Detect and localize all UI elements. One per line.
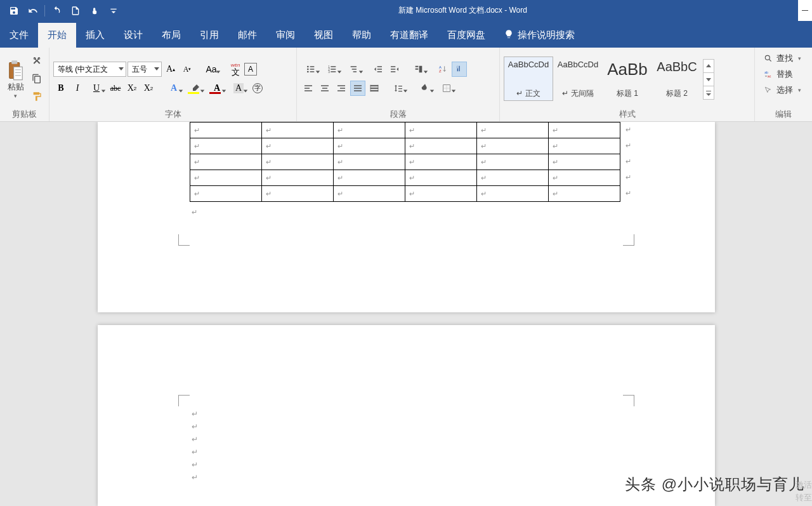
italic-button[interactable]: I: [70, 81, 85, 96]
font-color-button[interactable]: A: [207, 81, 227, 96]
copy-button[interactable]: [29, 72, 45, 86]
paste-button[interactable]: 粘贴 ▾: [4, 57, 27, 100]
tab-view[interactable]: 视图: [304, 23, 343, 48]
enclose-characters-button[interactable]: 字: [250, 81, 265, 96]
tab-home[interactable]: 开始: [38, 23, 76, 48]
tab-review[interactable]: 审阅: [266, 23, 304, 48]
activation-hint: 激活 转至: [796, 479, 812, 503]
svg-text:Z: Z: [439, 69, 442, 73]
tab-design[interactable]: 设计: [114, 23, 152, 48]
margin-corner-tl: [178, 395, 190, 406]
select-button[interactable]: 选择▾: [761, 83, 804, 97]
text-effects-button[interactable]: A: [164, 81, 184, 96]
tab-youdao[interactable]: 有道翻译: [381, 23, 438, 48]
align-right-button[interactable]: [334, 81, 349, 96]
tab-help[interactable]: 帮助: [343, 23, 381, 48]
page-1[interactable]: ↵ ↵ ↵ ↵ ↵ ↵: [98, 122, 715, 312]
superscript-button[interactable]: X2: [141, 81, 156, 96]
save-button[interactable]: [5, 2, 23, 20]
group-styles: AaBbCcDd ↵ 正文 AaBbCcDd ↵ 无间隔 AaBb 标题 1 A…: [500, 48, 755, 121]
group-label-styles: 样式: [504, 109, 750, 120]
tab-file[interactable]: 文件: [0, 23, 38, 48]
new-button[interactable]: [67, 2, 84, 20]
font-name-combo[interactable]: 等线 (中文正文: [53, 62, 126, 77]
line-spacing-button[interactable]: [388, 81, 409, 96]
tell-me[interactable]: 操作说明搜索: [495, 23, 584, 48]
undo-button[interactable]: [24, 2, 42, 20]
table-row: [190, 123, 620, 138]
multilevel-list-button[interactable]: [344, 62, 364, 77]
style-normal[interactable]: AaBbCcDd ↵ 正文: [504, 57, 553, 101]
grow-font-button[interactable]: A▴: [163, 62, 178, 77]
table-row: [190, 154, 620, 170]
subscript-button[interactable]: X2: [124, 81, 140, 96]
window-button[interactable]: [798, 0, 812, 21]
table-row: [190, 170, 620, 186]
svg-point-3: [307, 66, 309, 68]
justify-button[interactable]: [350, 81, 365, 96]
clipboard-icon: [7, 60, 25, 81]
redo-button[interactable]: [48, 2, 65, 20]
svg-text:A: A: [439, 65, 442, 69]
sort-button[interactable]: AZ: [435, 62, 450, 77]
highlight-button[interactable]: [185, 81, 206, 96]
qat-separator: [44, 5, 45, 17]
margin-corner-br: [623, 234, 634, 246]
quick-access-toolbar: [0, 2, 128, 20]
style-heading2[interactable]: AaBbC 标题 2: [652, 57, 702, 101]
group-editing: 查找▾ abac替换 选择▾ 编辑: [755, 48, 812, 121]
shading-button[interactable]: [415, 81, 435, 96]
decrease-indent-button[interactable]: [370, 62, 386, 77]
tell-me-label: 操作说明搜索: [518, 29, 575, 41]
replace-button[interactable]: abac替换: [761, 67, 804, 81]
table-row: [190, 186, 620, 202]
show-marks-button[interactable]: [452, 62, 467, 77]
format-painter-button[interactable]: [29, 90, 45, 103]
ribbon: 粘贴 ▾ 剪贴板 等线 (中文正文 五号 A▴ A▾ Aa: [0, 48, 812, 122]
font-size-combo[interactable]: 五号: [128, 62, 162, 77]
find-button[interactable]: 查找▾: [761, 51, 804, 65]
document-area[interactable]: ↵ ↵ ↵ ↵ ↵ ↵ ↵↵↵ ↵↵↵: [0, 122, 812, 506]
borders-button[interactable]: [436, 81, 457, 96]
phonetic-guide-button[interactable]: wén文: [228, 62, 243, 77]
distributed-button[interactable]: [367, 81, 382, 96]
trail-mark: ↵: [625, 157, 631, 166]
qat-customize-button[interactable]: [105, 2, 122, 20]
svg-rect-1: [11, 60, 17, 64]
tab-mail[interactable]: 邮件: [228, 23, 266, 48]
tab-baidu[interactable]: 百度网盘: [438, 23, 495, 48]
gallery-down-button[interactable]: [703, 72, 714, 86]
character-border-button[interactable]: A: [244, 63, 257, 76]
character-shading-button[interactable]: A: [228, 81, 249, 96]
group-label-clipboard: 剪贴板: [4, 109, 45, 120]
svg-point-5: [307, 71, 309, 73]
tab-references[interactable]: 引用: [190, 23, 228, 48]
align-center-button[interactable]: [317, 81, 332, 96]
numbering-button[interactable]: 123: [322, 62, 343, 77]
svg-text:ab: ab: [764, 70, 768, 74]
trail-mark: ↵: [625, 126, 631, 134]
trail-mark: ↵: [625, 142, 631, 150]
svg-point-4: [307, 69, 309, 70]
shrink-font-button[interactable]: A▾: [180, 62, 195, 77]
gallery-more-button[interactable]: [703, 86, 714, 100]
style-heading1[interactable]: AaBb 标题 1: [603, 57, 652, 101]
change-case-button[interactable]: Aa: [201, 62, 221, 77]
document-table[interactable]: [190, 122, 620, 202]
align-left-button[interactable]: [301, 81, 316, 96]
svg-text:ac: ac: [768, 74, 771, 78]
page-2[interactable]: ↵↵↵ ↵↵↵: [98, 325, 715, 506]
increase-indent-button[interactable]: [387, 62, 402, 77]
style-nospacing[interactable]: AaBbCcDd ↵ 无间隔: [553, 57, 603, 101]
cut-button[interactable]: [29, 54, 45, 68]
strikethrough-button[interactable]: abc: [108, 81, 123, 96]
underline-button[interactable]: U: [86, 81, 107, 96]
asian-layout-button[interactable]: [409, 62, 429, 77]
bold-button[interactable]: B: [53, 81, 69, 96]
bullets-button[interactable]: [301, 62, 321, 77]
gallery-up-button[interactable]: [703, 59, 714, 73]
svg-point-12: [765, 55, 769, 60]
tab-layout[interactable]: 布局: [152, 23, 190, 48]
touch-mode-button[interactable]: [86, 2, 103, 20]
tab-insert[interactable]: 插入: [76, 23, 114, 48]
